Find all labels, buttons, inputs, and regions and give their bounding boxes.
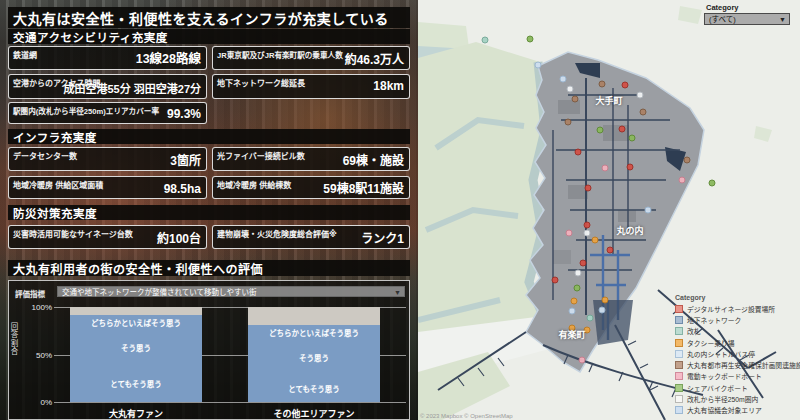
map-marker-tl[interactable] bbox=[587, 315, 594, 322]
map-marker-wh[interactable] bbox=[637, 92, 644, 99]
map-marker-or[interactable] bbox=[571, 298, 578, 305]
district-label: 大手町 bbox=[595, 94, 622, 107]
bar-segment[interactable] bbox=[70, 307, 202, 315]
map-marker-tl[interactable] bbox=[482, 37, 489, 44]
bar-segment[interactable]: とてもそう思う bbox=[248, 375, 380, 402]
map-marker-br[interactable] bbox=[640, 109, 647, 116]
indicator-label: 評価指標 bbox=[15, 288, 45, 299]
legend-swatch bbox=[675, 372, 683, 380]
card-risk-rank[interactable]: 建物崩壊・火災危険度総合評価※ ランク1 bbox=[212, 225, 410, 249]
map-marker-br[interactable] bbox=[565, 119, 572, 126]
card-jr-passengers[interactable]: JR東京駅及びJR有楽町駅の乗車人数 約46.3万人 bbox=[212, 46, 410, 70]
card-value: 約100台 bbox=[157, 229, 201, 246]
map-marker-pk[interactable] bbox=[679, 177, 686, 184]
legend-swatch bbox=[675, 327, 683, 335]
map-marker-rd[interactable] bbox=[622, 82, 629, 89]
map-view[interactable]: 大手町丸の内有楽町 Category (すべて) ▼ Category デジタル… bbox=[418, 0, 800, 420]
map-marker-gr[interactable] bbox=[597, 127, 604, 134]
map-marker-lb[interactable] bbox=[645, 207, 652, 214]
card-airport-access[interactable]: 空港からのアクセス時間 成田空港55分 羽田空港27分 bbox=[8, 74, 207, 99]
map-marker-wh[interactable] bbox=[567, 86, 574, 93]
map-marker-br[interactable] bbox=[572, 96, 579, 103]
bar-segment[interactable] bbox=[248, 307, 380, 325]
legend-item-kickboard[interactable]: 電動キックボードポート bbox=[675, 371, 799, 382]
bar-segment[interactable]: そう思う bbox=[70, 330, 202, 366]
chevron-down-icon: ▼ bbox=[394, 287, 401, 298]
card-dhc-buildings[interactable]: 地域冷暖房 供給棟数 59棟8駅11施設 bbox=[212, 176, 410, 199]
map-marker-lb[interactable] bbox=[569, 308, 576, 315]
section-header-disaster: 防災対策充実度 bbox=[8, 205, 410, 220]
card-underground-length[interactable]: 地下ネットワーク総延長 18km bbox=[212, 74, 410, 99]
map-marker-lb[interactable] bbox=[560, 76, 567, 83]
legend-item-shuttle[interactable]: 丸の内シャトルバス停 bbox=[675, 348, 799, 359]
stacked-bar-daimaruyu-fan[interactable]: どちらかといえばそう思うそう思うとてもそう思う bbox=[70, 307, 202, 402]
card-label: 地域冷暖房 供給棟数 bbox=[217, 179, 291, 190]
legend-swatch bbox=[675, 339, 683, 347]
card-value: 59棟8駅11施設 bbox=[323, 179, 404, 196]
map-marker-wh[interactable] bbox=[584, 230, 591, 237]
card-railway[interactable]: 鉄道網 13線28路線 bbox=[8, 46, 207, 70]
legend-swatch bbox=[675, 361, 683, 369]
card-value: 18km bbox=[373, 79, 404, 93]
legend-item-safety-facility[interactable]: 大丸有都市再生安全確保計画関連施設 bbox=[675, 359, 799, 370]
map-marker-rd[interactable] bbox=[627, 164, 634, 171]
map-marker-br[interactable] bbox=[599, 81, 606, 88]
kpi-panel: 大丸有は安全性・利便性を支えるインフラが充実している 交通アクセシビリティ充実度… bbox=[0, 0, 418, 420]
map-marker-br[interactable] bbox=[684, 157, 691, 164]
map-marker-lb[interactable] bbox=[599, 307, 606, 314]
map-marker-gr[interactable] bbox=[527, 36, 534, 43]
legend-label: 大丸有協議会対象エリア bbox=[687, 405, 762, 415]
indicator-dropdown[interactable]: 交通や地下ネットワークが整備されていて移動しやすい街 ▼ bbox=[57, 286, 405, 297]
map-marker-gr[interactable] bbox=[574, 285, 581, 292]
legend-item-gates[interactable]: 改札 bbox=[675, 326, 799, 337]
map-marker-rd[interactable] bbox=[580, 260, 587, 267]
bar-segment[interactable]: そう思う bbox=[248, 340, 380, 375]
page-title: 大丸有は安全性・利便性を支えるインフラが充実している bbox=[8, 7, 410, 28]
map-marker-rd[interactable] bbox=[575, 149, 582, 156]
map-marker-lb[interactable] bbox=[535, 62, 542, 69]
card-label: 地域冷暖房 供給区域面積 bbox=[13, 179, 103, 190]
stacked-bar-other-area-fan[interactable]: どちらかといえばそう思うそう思うとてもそう思う bbox=[248, 307, 380, 402]
legend-item-250m[interactable]: 改札から半径250m圏内 bbox=[675, 393, 799, 404]
card-station-coverage[interactable]: 駅圏内(改札から半径250m)エリアカバー率 99.3% bbox=[8, 102, 207, 124]
card-fiber-buildings[interactable]: 光ファイバー接続ビル数 69棟・施設 bbox=[212, 147, 410, 171]
card-datacenters[interactable]: データセンター数 3箇所 bbox=[8, 147, 207, 171]
map-marker-gr[interactable] bbox=[709, 180, 716, 187]
bar-segment[interactable]: どちらかといえばそう思う bbox=[70, 315, 202, 330]
map-marker-wh[interactable] bbox=[575, 270, 582, 277]
legend-item-target-area[interactable]: 大丸有協議会対象エリア bbox=[675, 405, 799, 416]
map-marker-rd[interactable] bbox=[619, 126, 626, 133]
bar-segment[interactable]: とてもそう思う bbox=[70, 366, 202, 402]
card-value: ランク1 bbox=[361, 229, 404, 246]
card-label: 災害時活用可能なサイネージ台数 bbox=[13, 228, 133, 239]
legend-swatch bbox=[675, 305, 683, 313]
map-category-value: (すべて) bbox=[709, 15, 736, 24]
x-label-daimaruyu-fan: 大丸有ファン bbox=[56, 407, 216, 420]
map-marker-or[interactable] bbox=[602, 297, 609, 304]
map-marker-or[interactable] bbox=[592, 237, 599, 244]
legend-item-taxi[interactable]: タクシー乗り場 bbox=[675, 337, 799, 348]
legend-swatch bbox=[675, 350, 683, 358]
x-label-other-area-fan: その他エリアファン bbox=[234, 407, 394, 420]
legend-label: 大丸有都市再生安全確保計画関連施設 bbox=[687, 360, 800, 370]
legend-item-signage[interactable]: デジタルサイネージ設置場所 bbox=[675, 303, 799, 314]
card-label: JR東京駅及びJR有楽町駅の乗車人数 bbox=[217, 49, 343, 60]
card-signage[interactable]: 災害時活用可能なサイネージ台数 約100台 bbox=[8, 225, 207, 249]
map-marker-gr[interactable] bbox=[629, 135, 636, 142]
map-marker-pk[interactable] bbox=[579, 357, 586, 364]
map-marker-rd[interactable] bbox=[585, 185, 592, 192]
map-marker-pk[interactable] bbox=[566, 230, 573, 237]
map-marker-rd[interactable] bbox=[584, 222, 591, 229]
map-marker-pk[interactable] bbox=[602, 165, 609, 172]
map-marker-rd[interactable] bbox=[607, 247, 614, 254]
legend-item-sharebike[interactable]: シェアバイクポート bbox=[675, 382, 799, 393]
card-dhc-area[interactable]: 地域冷暖房 供給区域面積 98.5ha bbox=[8, 176, 207, 199]
legend-item-underground[interactable]: 地下ネットワーク bbox=[675, 314, 799, 325]
map-marker-rd[interactable] bbox=[552, 277, 559, 284]
card-value: 3箇所 bbox=[170, 151, 201, 168]
map-category-dropdown[interactable]: (すべて) ▼ bbox=[704, 13, 790, 25]
bar-segment[interactable]: どちらかといえばそう思う bbox=[248, 325, 380, 340]
card-label: 地下ネットワーク総延長 bbox=[217, 77, 305, 88]
legend-label: 電動キックボードポート bbox=[687, 371, 762, 381]
map-legend: Category デジタルサイネージ設置場所 地下ネットワーク 改札 タクシー乗… bbox=[675, 294, 799, 416]
